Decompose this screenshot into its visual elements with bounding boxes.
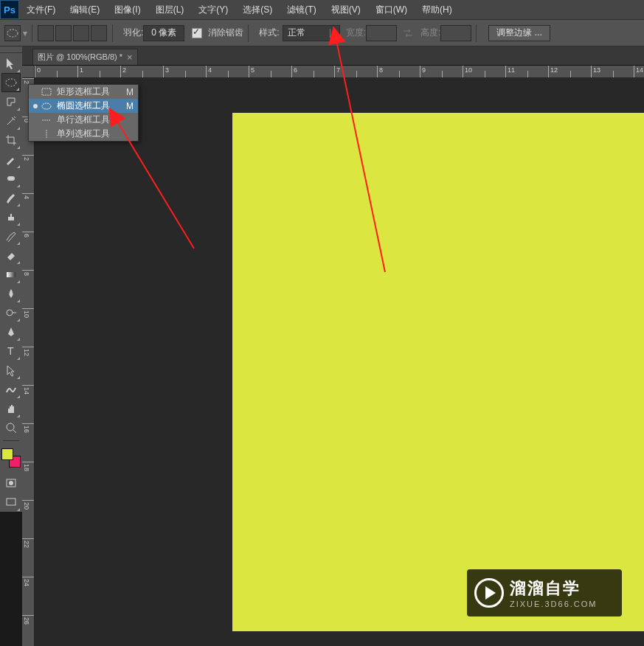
healing-brush-tool[interactable] [1,169,21,188]
quickmask-tool[interactable] [1,473,21,493]
path-select-tool[interactable] [1,361,21,380]
menu-image[interactable]: 图像(I) [107,0,148,19]
marquee-tool[interactable] [1,73,21,92]
foreground-color[interactable] [1,448,13,460]
color-swatch[interactable] [1,448,21,468]
watermark: 溜溜自学 ZIXUE.3D66.COM [467,569,622,617]
magic-wand-tool[interactable] [1,111,21,131]
selection-add[interactable] [55,25,72,41]
brush-tool[interactable] [1,188,21,207]
col-marquee-icon [41,128,52,140]
ruler-origin[interactable] [22,66,35,78]
zoom-tool[interactable] [1,418,21,437]
screenmode-tool[interactable] [1,493,21,512]
svg-rect-10 [42,88,51,95]
canvas-viewport[interactable] [35,78,644,646]
menu-window[interactable]: 窗口(W) [368,0,415,19]
toolbar: T [0,46,22,512]
ruler-vertical[interactable]: 2024681012141618202224262830 [22,78,35,646]
pen-tool[interactable] [1,322,21,341]
svg-text:T: T [7,345,14,357]
canvas[interactable] [232,113,644,631]
svg-point-11 [42,103,51,109]
svg-rect-3 [7,272,15,277]
width-label: 宽度: [346,27,366,39]
ruler-horizontal[interactable]: 0123456789101112131415161718 [35,66,644,78]
menu-layer[interactable]: 图层(L) [148,0,192,19]
lasso-tool[interactable] [1,92,21,111]
menubar: Ps 文件(F) 编辑(E) 图像(I) 图层(L) 文字(Y) 选择(S) 滤… [0,0,644,19]
watermark-url: ZIXUE.3D66.COM [510,600,597,608]
antialias-checkbox[interactable] [192,28,202,38]
marquee-rect-label: 矩形选框工具 [57,86,110,98]
selection-intersect[interactable] [91,25,107,41]
marquee-col-label: 单列选框工具 [57,128,110,140]
clone-stamp-tool[interactable] [1,207,21,226]
workspace: 0123456789101112131415161718 20246810121… [22,66,644,646]
svg-rect-9 [7,499,15,505]
swap-wh-icon [401,27,415,40]
selection-sub[interactable] [73,25,89,41]
svg-point-6 [7,423,14,431]
width-input [366,25,397,41]
menu-filter[interactable]: 滤镜(T) [280,0,323,19]
marquee-row-label: 单行选框工具 [57,114,110,126]
app-logo: Ps [0,0,19,19]
close-tab-icon[interactable]: × [127,52,133,63]
svg-point-0 [7,29,18,37]
marquee-col-item[interactable]: 单列选框工具 [29,127,138,141]
hand-tool[interactable] [1,399,21,418]
marquee-flyout: 矩形选框工具 M 椭圆选框工具 M 单行选框工具 单列选框工具 [28,84,139,142]
menu-view[interactable]: 视图(V) [324,0,368,19]
antialias-label: 消除锯齿 [208,27,243,39]
document-tab[interactable]: 图片 @ 100%(RGB/8) * × [32,49,138,65]
ellipse-marquee-icon [6,27,19,40]
menu-select[interactable]: 选择(S) [235,0,280,19]
row-marquee-icon [41,114,52,126]
style-select[interactable]: 正常 [283,25,340,41]
marquee-row-item[interactable]: 单行选框工具 [29,113,138,127]
watermark-logo-icon [474,578,504,608]
optionsbar: ▾ 羽化: 消除锯齿 样式: 正常 宽度: 高度: 调整边缘 ... [0,19,644,46]
marquee-rect-item[interactable]: 矩形选框工具 M [29,85,138,99]
svg-point-8 [9,481,13,485]
svg-point-1 [6,79,16,86]
rect-marquee-icon [41,86,52,98]
watermark-title: 溜溜自学 [510,577,597,600]
dodge-tool[interactable] [1,303,21,322]
type-tool[interactable]: T [1,341,21,361]
svg-rect-2 [7,176,15,181]
document-tabbar: 图片 @ 100%(RGB/8) * × [0,46,644,66]
blur-tool[interactable] [1,284,21,303]
height-label: 高度: [420,27,440,39]
marquee-ellipse-key: M [126,101,134,111]
feather-label: 羽化: [123,27,143,39]
menu-file[interactable]: 文件(F) [19,0,63,19]
eyedropper-tool[interactable] [1,150,21,169]
move-tool[interactable] [1,54,21,73]
menu-type[interactable]: 文字(Y) [191,0,235,19]
menu-help[interactable]: 帮助(H) [415,0,460,19]
ellipse-marquee-icon [41,100,52,112]
document-tab-title: 图片 @ 100%(RGB/8) * [38,52,122,63]
svg-point-4 [7,310,13,316]
eraser-tool[interactable] [1,246,21,265]
current-tool-icon[interactable] [4,25,21,41]
marquee-rect-key: M [126,87,134,97]
feather-input[interactable] [143,25,184,41]
height-input [440,25,471,41]
menu-edit[interactable]: 编辑(E) [63,0,107,19]
refine-edge-button[interactable]: 调整边缘 ... [488,25,550,41]
marquee-ellipse-item[interactable]: 椭圆选框工具 M [29,99,138,113]
style-label: 样式: [259,27,279,39]
shape-tool[interactable] [1,380,21,399]
crop-tool[interactable] [1,131,21,150]
history-brush-tool[interactable] [1,226,21,246]
marquee-ellipse-label: 椭圆选框工具 [57,100,110,112]
selection-new[interactable] [38,25,54,41]
gradient-tool[interactable] [1,265,21,284]
